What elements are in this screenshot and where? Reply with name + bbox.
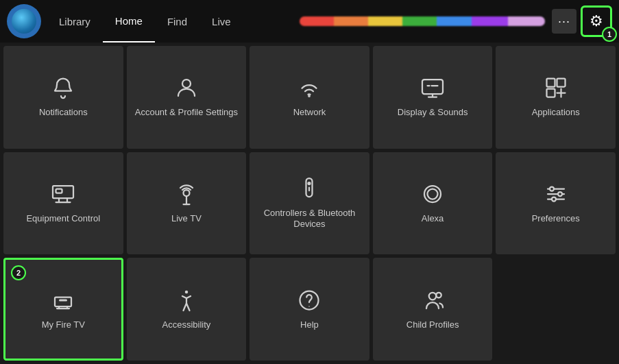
svg-point-1 [309, 96, 311, 97]
grid-item-live-tv[interactable]: Live TV [127, 152, 247, 255]
my-fire-tv-badge: 2 [11, 265, 26, 280]
svg-rect-7 [56, 189, 62, 193]
accessibility-label: Accessibility [162, 319, 210, 331]
svg-rect-3 [546, 79, 555, 87]
svg-point-0 [182, 80, 191, 88]
grid-item-equipment-control[interactable]: Equipment Control [3, 152, 123, 255]
remote-icon [297, 176, 321, 201]
gear-icon: ⚙ [590, 12, 603, 30]
svg-rect-2 [422, 80, 443, 94]
antenna-icon [174, 182, 199, 206]
applications-label: Applications [532, 107, 580, 119]
svg-point-18 [558, 192, 562, 196]
bell-icon [51, 75, 75, 100]
help-icon [297, 288, 321, 313]
svg-rect-4 [557, 79, 565, 87]
nav-live[interactable]: Live [199, 0, 243, 43]
grid-item-alexa[interactable]: Alexa [373, 152, 493, 255]
grid-item-account-profile[interactable]: Account & Profile Settings [127, 46, 247, 149]
fire-tv-icon [51, 288, 75, 313]
controllers-bluetooth-label: Controllers & Bluetooth Devices [256, 208, 363, 231]
grid-item-preferences[interactable]: Preferences [496, 152, 616, 255]
grid-item-controllers-bluetooth[interactable]: Controllers & Bluetooth Devices [250, 152, 369, 255]
svg-point-13 [428, 189, 438, 199]
app-logo [7, 4, 41, 38]
child-profiles-label: Child Profiles [406, 319, 459, 331]
nav-find[interactable]: Find [155, 0, 199, 43]
live-tv-label: Live TV [171, 213, 202, 225]
grid-item-child-profiles[interactable]: Child Profiles [373, 258, 493, 361]
svg-point-19 [552, 197, 556, 202]
more-options-button[interactable]: ··· [552, 9, 576, 34]
monitor-icon [420, 75, 445, 100]
grid-item-applications[interactable]: Applications [496, 46, 616, 149]
wifi-icon [297, 75, 321, 100]
settings-grid: Notifications Account & Profile Settings… [0, 43, 619, 364]
nav-home[interactable]: Home [103, 0, 155, 43]
grid-item-help[interactable]: Help [250, 258, 369, 361]
account-profile-label: Account & Profile Settings [135, 107, 238, 119]
svg-point-10 [308, 182, 311, 184]
preferences-label: Preferences [532, 213, 580, 225]
grid-item-display-sounds[interactable]: Display & Sounds [373, 46, 493, 149]
tv-desk-icon [51, 182, 75, 206]
svg-point-17 [550, 187, 554, 191]
grid-item-network[interactable]: Network [250, 46, 369, 149]
svg-point-22 [185, 290, 189, 293]
colorbar [300, 16, 546, 26]
equipment-control-label: Equipment Control [26, 213, 100, 225]
svg-point-26 [436, 292, 441, 298]
my-fire-tv-label: My Fire TV [42, 319, 85, 331]
svg-rect-5 [546, 89, 555, 97]
accessibility-icon [174, 288, 199, 313]
display-sounds-label: Display & Sounds [398, 107, 468, 119]
grid-item-accessibility[interactable]: Accessibility [127, 258, 247, 361]
nav-library[interactable]: Library [47, 0, 103, 43]
apps-icon [544, 75, 568, 100]
topbar-right: ··· ⚙ 1 [552, 5, 612, 37]
settings-button[interactable]: ⚙ 1 [581, 5, 612, 37]
svg-point-24 [309, 306, 311, 307]
grid-item-my-fire-tv[interactable]: 2 My Fire TV [3, 258, 123, 361]
person-icon [174, 75, 199, 100]
network-label: Network [293, 107, 326, 119]
grid-item-notifications[interactable]: Notifications [3, 46, 123, 149]
nav-links: Library Home Find Live [47, 0, 293, 43]
alexa-icon [420, 182, 445, 206]
svg-point-8 [183, 190, 189, 196]
child-profile-icon [420, 288, 445, 313]
alexa-label: Alexa [422, 213, 444, 225]
topbar: Library Home Find Live ··· ⚙ 1 [0, 0, 619, 43]
sliders-icon [544, 182, 568, 206]
svg-point-25 [429, 292, 437, 300]
help-label: Help [300, 319, 319, 331]
settings-badge: 1 [602, 27, 617, 42]
notifications-label: Notifications [39, 107, 88, 119]
svg-rect-20 [55, 297, 71, 306]
